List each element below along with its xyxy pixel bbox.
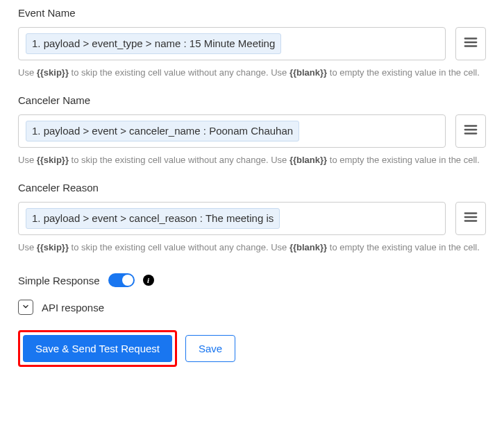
save-button[interactable]: Save (185, 335, 235, 362)
mapping-token[interactable]: 1. payload > event > cancel_reason : The… (26, 208, 280, 229)
api-response-row: API response (18, 300, 486, 315)
simple-response-label: Simple Response (18, 275, 100, 286)
simple-response-row: Simple Response i (18, 273, 486, 287)
save-send-test-button[interactable]: Save & Send Test Request (23, 335, 172, 362)
mapping-input[interactable]: 1. payload > event_type > name : 15 Minu… (18, 27, 446, 60)
field-canceler-name: Canceler Name 1. payload > event > cance… (18, 94, 486, 166)
api-response-label: API response (42, 302, 104, 313)
input-row: 1. payload > event > cancel_reason : The… (18, 202, 486, 235)
field-menu-button[interactable] (455, 202, 486, 235)
input-row: 1. payload > event_type > name : 15 Minu… (18, 27, 486, 60)
highlight-annotation: Save & Send Test Request (18, 330, 177, 367)
field-label: Canceler Reason (18, 182, 486, 194)
info-icon[interactable]: i (143, 275, 154, 286)
hamburger-icon (463, 35, 478, 53)
mapping-input[interactable]: 1. payload > event > cancel_reason : The… (18, 202, 446, 235)
field-menu-button[interactable] (455, 114, 486, 148)
help-text: Use {{skip}} to skip the existing cell v… (18, 153, 486, 167)
mapping-input[interactable]: 1. payload > event > canceler_name : Poo… (18, 114, 446, 148)
field-label: Event Name (18, 7, 486, 19)
mapping-token[interactable]: 1. payload > event > canceler_name : Poo… (26, 121, 299, 141)
chevron-down-icon (22, 301, 30, 313)
mapping-token[interactable]: 1. payload > event_type > name : 15 Minu… (26, 33, 281, 54)
field-label: Canceler Name (18, 94, 486, 106)
input-row: 1. payload > event > canceler_name : Poo… (18, 114, 486, 148)
field-event-name: Event Name 1. payload > event_type > nam… (18, 7, 486, 79)
button-row: Save & Send Test Request Save (18, 330, 486, 367)
help-text: Use {{skip}} to skip the existing cell v… (18, 66, 486, 80)
hamburger-icon (463, 122, 478, 140)
help-text: Use {{skip}} to skip the existing cell v… (18, 241, 486, 255)
hamburger-icon (463, 209, 478, 227)
api-response-expand-button[interactable] (18, 300, 33, 315)
simple-response-toggle[interactable] (108, 273, 135, 287)
field-menu-button[interactable] (455, 27, 486, 60)
field-canceler-reason: Canceler Reason 1. payload > event > can… (18, 182, 486, 254)
